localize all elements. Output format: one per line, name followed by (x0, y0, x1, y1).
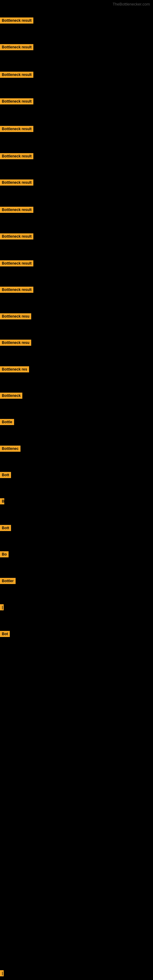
bottleneck-badge-row: Bottle (0, 419, 14, 426)
bottleneck-badge-row: Bottleneck (0, 393, 22, 400)
bottleneck-badge: Bot (0, 631, 10, 637)
bottleneck-badge-row: Bottleneck result (0, 260, 33, 268)
bottleneck-badge: Bottleneck resu (0, 313, 31, 320)
bottleneck-badge-row: Bottleneck resu (0, 340, 31, 347)
bottleneck-badge: Bottleneck result (0, 72, 33, 78)
bottleneck-badge: Bottleneck (0, 393, 22, 399)
bottleneck-badge-row: Bottleneck result (0, 286, 33, 294)
bottleneck-badge-row: Bottler (0, 578, 16, 585)
bottleneck-badge-row: Bottleneck result (0, 180, 33, 187)
bottleneck-badge: Bott (0, 525, 11, 531)
bottleneck-badge-row: Bottleneck resu (0, 313, 31, 321)
bottleneck-badge: Bottleneck res (0, 366, 29, 372)
bottleneck-badge-row: Bott (0, 525, 11, 532)
bottleneck-badge: | (0, 970, 4, 976)
bottleneck-badge: Bottle (0, 419, 14, 425)
bottleneck-badge-row: Bottleneck result (0, 44, 33, 51)
site-title: TheBottlenecker.com (113, 2, 150, 6)
bottleneck-badge-row: Bottleneck result (0, 126, 33, 133)
bottleneck-badge: | (0, 604, 4, 610)
bottleneck-badge-row: | (0, 970, 2, 978)
bottleneck-badge: Bottleneck result (0, 180, 33, 186)
bottleneck-badge: Bottleneck result (0, 153, 33, 159)
bottleneck-badge: Bottleneck result (0, 207, 33, 213)
bottleneck-badge-row: Bottleneck result (0, 153, 33, 161)
bottleneck-badge-row: Bottleneck result (0, 18, 33, 25)
bottleneck-badge: Bottler (0, 578, 16, 584)
bottleneck-badge-row: Bottleneck res (0, 366, 29, 374)
bottleneck-badge: Bottleneck result (0, 44, 33, 50)
bottleneck-badge-row: Bottleneck result (0, 207, 33, 214)
bottleneck-badge: Bott (0, 472, 11, 478)
bottleneck-badge: Bottleneck result (0, 260, 33, 266)
bottleneck-badge-row: B (0, 498, 4, 506)
bottleneck-badge-row: Bottleneck result (0, 233, 33, 241)
bottleneck-badge: Bottleneck result (0, 98, 33, 105)
bottleneck-badge: B (0, 498, 4, 504)
bottleneck-badge: Bottleneck result (0, 286, 33, 293)
bottleneck-badge: Bottleneck resu (0, 340, 31, 346)
bottleneck-badge: Bottleneck result (0, 18, 33, 24)
bottleneck-badge: Bottleneck result (0, 233, 33, 240)
bottleneck-badge-row: | (0, 604, 2, 612)
bottleneck-badge: Bottlenec (0, 445, 21, 452)
bottleneck-badge-row: Bottleneck result (0, 72, 33, 79)
bottleneck-badge: Bottleneck result (0, 126, 33, 132)
bottleneck-badge-row: Bottleneck result (0, 98, 33, 106)
bottleneck-badge-row: Bo (0, 551, 9, 558)
bottleneck-badge-row: Bot (0, 631, 10, 638)
bottleneck-badge: Bo (0, 551, 9, 557)
bottleneck-badge-row: Bott (0, 472, 11, 479)
bottleneck-badge-row: Bottlenec (0, 445, 21, 453)
